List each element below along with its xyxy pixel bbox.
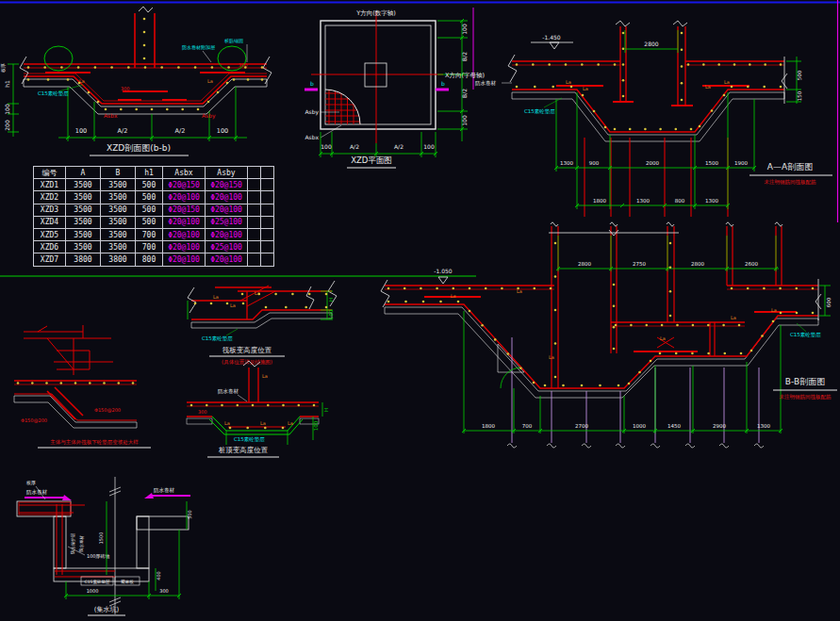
table-cell: Φ20@100	[163, 228, 206, 240]
dim-label: 2750	[633, 261, 646, 267]
table-cell: Φ20@150	[163, 179, 206, 191]
la-label: La	[771, 307, 777, 313]
table-row: XZD435003500500Φ20@100Φ25@100	[34, 216, 274, 228]
rebar-label: Φ150@200	[94, 407, 121, 413]
section-title: A—A剖面图	[767, 162, 813, 172]
dim-label: 500	[187, 510, 192, 519]
dim-label: B/2	[461, 52, 468, 61]
table-cell: Φ20@100	[206, 253, 248, 266]
cushion-hatch	[385, 307, 818, 398]
table-cell	[261, 204, 274, 216]
dim-label: 600	[826, 297, 832, 307]
table-cell: XZD2	[34, 191, 66, 204]
asbx-label: Asbx	[305, 134, 319, 140]
dim-label: A/2	[394, 143, 404, 150]
dim-label: 100	[461, 24, 468, 35]
table-header-cell	[261, 167, 274, 179]
cushion-label: C15素砼垫层	[38, 90, 69, 97]
section-letter: b	[441, 80, 445, 87]
table-header-cell: A	[66, 167, 101, 179]
asby-label: Asby	[202, 112, 216, 120]
la-label: La	[288, 420, 293, 426]
dim-label: 100	[321, 143, 332, 150]
axis-x-label: X方向(字母轴)	[445, 72, 485, 79]
table-header-cell: h1	[136, 167, 163, 179]
la-label: La	[705, 84, 711, 90]
cushion-box-label: C15素砼垫层	[85, 580, 110, 584]
xzd-table: 编号ABh1AsbxAsby XZD135003500500Φ20@150Φ20…	[33, 166, 274, 267]
waterproof-callout-right: 防水卷材	[144, 487, 190, 498]
cushion-label: C15素砼垫层	[234, 436, 265, 443]
dim-label: 100	[313, 420, 319, 431]
table-cell	[248, 179, 261, 191]
dim-300: 300	[198, 409, 207, 415]
la-label: La	[731, 315, 736, 320]
asby-label: Asby	[305, 108, 319, 116]
table-cell: 3500	[101, 216, 136, 228]
table-cell: 3500	[101, 179, 136, 191]
elevation-value: -1.050	[434, 268, 453, 274]
table-cell: 3800	[101, 253, 136, 266]
dim-label: A/2	[118, 127, 128, 135]
table-header-cell: Asby	[206, 167, 248, 179]
table-header-cell: Asbx	[163, 167, 206, 179]
detail-title: XZD剖面图(b-b)	[107, 143, 171, 153]
table-cell	[261, 179, 274, 191]
table-cell: 500	[136, 191, 163, 204]
centerline	[109, 477, 121, 614]
elevation-marker: -1.450	[531, 34, 573, 49]
section-letter: b	[310, 80, 314, 87]
foam-box-label: 聚苯板	[121, 580, 134, 584]
waterproof-callout-left: 防水卷材	[25, 489, 72, 500]
la-label: La	[260, 420, 266, 426]
table-cell: 3500	[101, 241, 136, 253]
xzd-plan-view: Asby Asbx b b 100 B/2 B/2 100 100 A/2 A/…	[305, 9, 485, 168]
table-cell: 3500	[101, 204, 136, 216]
cad-drawing-canvas[interactable]: 100 A/2 A/2 100 h1 100 200 板厚 C15素砼垫层 防水…	[0, 0, 840, 621]
dim-label: 1000	[87, 588, 99, 594]
la-label: La	[207, 78, 213, 84]
axis-y-label: Y方向(数字轴)	[355, 9, 396, 17]
dim-label: 200	[4, 120, 10, 131]
la-label: La	[549, 354, 554, 360]
dim-label: 1300	[705, 198, 718, 204]
dim-label: h1	[4, 80, 10, 88]
rebar-sketch	[24, 325, 113, 375]
table-cell: XZD5	[34, 228, 66, 240]
cushion-label: C15素砼垫层	[202, 335, 233, 342]
dim-label: 2800	[644, 41, 658, 47]
waterproof-label: 防水卷材	[218, 388, 239, 395]
dim-label: 800	[675, 198, 685, 204]
section-title: B-B剖面图	[785, 377, 825, 386]
table-cell	[261, 241, 274, 253]
dim-label: 2900	[713, 423, 726, 429]
table-cell	[248, 191, 261, 204]
dim-label: 100	[328, 309, 334, 319]
table-cell	[261, 216, 274, 228]
slab-thickness-label: 板厚	[0, 63, 6, 74]
table-row: XZD335003500500Φ20@150Φ20@100	[34, 204, 274, 216]
la-label: La	[660, 335, 666, 341]
dim-label: 1900	[734, 160, 748, 166]
la-label: La	[583, 86, 588, 91]
aa-section: -1.450 2800 1300 900 2000 1500 1900 1800…	[475, 21, 832, 217]
table-cell: 700	[136, 241, 163, 253]
la-label: La	[230, 302, 236, 308]
table-cell	[248, 204, 261, 216]
waterproof-label: 防水卷材	[26, 489, 48, 496]
dim-label: A/2	[175, 127, 186, 135]
la-label: La	[566, 79, 571, 85]
elevation-value: -1.450	[542, 34, 561, 41]
table-cell: Φ20@100	[163, 191, 206, 204]
drawing-svg: 100 A/2 A/2 100 h1 100 200 板厚 C15素砼垫层 防水…	[0, 0, 840, 621]
rebar-label: Φ150@200	[21, 417, 47, 423]
table-row: XZD535003500700Φ20@100Φ20@100	[34, 228, 274, 240]
dim-label: H	[323, 408, 329, 412]
quarter-arc	[325, 90, 360, 124]
dim-label: 2800	[691, 261, 704, 267]
la-label: La	[224, 420, 230, 426]
dim-label: A/2	[350, 143, 359, 150]
table-cell	[261, 228, 274, 240]
dim-label: 100	[461, 115, 468, 126]
table-cell: Φ20@150	[163, 204, 206, 216]
